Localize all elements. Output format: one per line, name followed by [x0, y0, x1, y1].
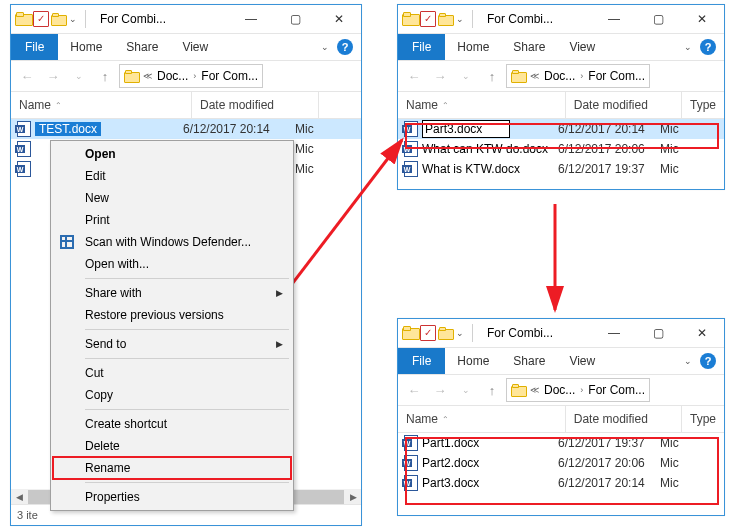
- file-date: 6/12/2017 20:06: [558, 456, 660, 470]
- qat-dropdown-icon[interactable]: ⌄: [67, 14, 79, 24]
- share-tab[interactable]: Share: [501, 40, 557, 54]
- minimize-button[interactable]: —: [592, 5, 636, 33]
- column-type[interactable]: Type: [682, 92, 724, 118]
- share-tab[interactable]: Share: [114, 40, 170, 54]
- column-name[interactable]: Name⌃: [398, 92, 566, 118]
- forward-button[interactable]: →: [428, 378, 452, 402]
- file-tab[interactable]: File: [398, 348, 445, 374]
- help-icon[interactable]: ?: [337, 39, 353, 55]
- minimize-button[interactable]: —: [592, 319, 636, 347]
- breadcrumb-part[interactable]: Doc...: [544, 383, 575, 397]
- ribbon-expand-icon[interactable]: ⌄: [319, 42, 331, 52]
- menu-new[interactable]: New: [53, 187, 291, 209]
- maximize-button[interactable]: ▢: [273, 5, 317, 33]
- file-name: Part3.docx: [422, 476, 479, 490]
- scroll-right-icon[interactable]: ▶: [345, 489, 361, 505]
- file-row[interactable]: Part3.docx 6/12/2017 20:14 Mic: [398, 473, 724, 493]
- view-tab[interactable]: View: [557, 40, 607, 54]
- menu-cut[interactable]: Cut: [53, 362, 291, 384]
- breadcrumb-part[interactable]: Doc...: [157, 69, 188, 83]
- folder-small-icon[interactable]: [438, 327, 452, 339]
- recent-dropdown[interactable]: ⌄: [454, 378, 478, 402]
- help-icon[interactable]: ?: [700, 353, 716, 369]
- up-button[interactable]: ↑: [480, 64, 504, 88]
- breadcrumb-part[interactable]: Doc...: [544, 69, 575, 83]
- up-button[interactable]: ↑: [93, 64, 117, 88]
- menu-rename[interactable]: Rename: [53, 457, 291, 479]
- menu-send-to[interactable]: Send to▶: [53, 333, 291, 355]
- folder-icon: [402, 12, 418, 26]
- menu-print[interactable]: Print: [53, 209, 291, 231]
- view-tab[interactable]: View: [557, 354, 607, 368]
- back-button[interactable]: ←: [402, 64, 426, 88]
- recent-dropdown[interactable]: ⌄: [454, 64, 478, 88]
- save-icon[interactable]: [420, 11, 436, 27]
- home-tab[interactable]: Home: [445, 40, 501, 54]
- column-type[interactable]: Type: [682, 406, 724, 432]
- breadcrumb[interactable]: ≪ Doc... › For Com...: [119, 64, 263, 88]
- column-date[interactable]: Date modified: [192, 92, 319, 118]
- breadcrumb-part[interactable]: For Com...: [201, 69, 258, 83]
- file-row[interactable]: TEST.docx 6/12/2017 20:14 Mic: [11, 119, 361, 139]
- rename-input[interactable]: [422, 120, 510, 138]
- recent-dropdown[interactable]: ⌄: [67, 64, 91, 88]
- home-tab[interactable]: Home: [58, 40, 114, 54]
- menu-restore[interactable]: Restore previous versions: [53, 304, 291, 326]
- up-button[interactable]: ↑: [480, 378, 504, 402]
- breadcrumb[interactable]: ≪ Doc... › For Com...: [506, 378, 650, 402]
- column-type[interactable]: [319, 92, 361, 118]
- breadcrumb-part[interactable]: For Com...: [588, 383, 645, 397]
- file-row[interactable]: Part1.docx 6/12/2017 19:37 Mic: [398, 433, 724, 453]
- column-headers: Name⌃ Date modified: [11, 92, 361, 119]
- menu-share-with[interactable]: Share with▶: [53, 282, 291, 304]
- ribbon-expand-icon[interactable]: ⌄: [682, 42, 694, 52]
- close-button[interactable]: ✕: [680, 319, 724, 347]
- menu-create-shortcut[interactable]: Create shortcut: [53, 413, 291, 435]
- menu-properties[interactable]: Properties: [53, 486, 291, 508]
- menu-scan-defender[interactable]: Scan with Windows Defender...: [53, 231, 291, 253]
- menu-copy[interactable]: Copy: [53, 384, 291, 406]
- folder-small-icon[interactable]: [51, 13, 65, 25]
- file-row[interactable]: 6/12/2017 20:14 Mic: [398, 119, 724, 139]
- ribbon-tabs: File Home Share View ⌄ ?: [11, 34, 361, 61]
- help-icon[interactable]: ?: [700, 39, 716, 55]
- menu-open-with[interactable]: Open with...: [53, 253, 291, 275]
- column-name[interactable]: Name⌃: [11, 92, 192, 118]
- save-icon[interactable]: [420, 325, 436, 341]
- back-button[interactable]: ←: [402, 378, 426, 402]
- chevron-right-icon: ▶: [276, 288, 283, 298]
- forward-button[interactable]: →: [41, 64, 65, 88]
- qat-dropdown-icon[interactable]: ⌄: [454, 328, 466, 338]
- minimize-button[interactable]: —: [229, 5, 273, 33]
- file-row[interactable]: Part2.docx 6/12/2017 20:06 Mic: [398, 453, 724, 473]
- save-icon[interactable]: [33, 11, 49, 27]
- file-tab[interactable]: File: [398, 34, 445, 60]
- qat-dropdown-icon[interactable]: ⌄: [454, 14, 466, 24]
- scroll-left-icon[interactable]: ◀: [11, 489, 27, 505]
- column-date[interactable]: Date modified: [566, 92, 682, 118]
- menu-open[interactable]: Open: [53, 143, 291, 165]
- share-tab[interactable]: Share: [501, 354, 557, 368]
- column-date[interactable]: Date modified: [566, 406, 682, 432]
- close-button[interactable]: ✕: [680, 5, 724, 33]
- column-name[interactable]: Name⌃: [398, 406, 566, 432]
- breadcrumb[interactable]: ≪ Doc... › For Com...: [506, 64, 650, 88]
- view-tab[interactable]: View: [170, 40, 220, 54]
- folder-small-icon[interactable]: [438, 13, 452, 25]
- maximize-button[interactable]: ▢: [636, 319, 680, 347]
- forward-button[interactable]: →: [428, 64, 452, 88]
- maximize-button[interactable]: ▢: [636, 5, 680, 33]
- back-button[interactable]: ←: [15, 64, 39, 88]
- file-tab[interactable]: File: [11, 34, 58, 60]
- word-doc-icon: [404, 141, 418, 157]
- menu-edit[interactable]: Edit: [53, 165, 291, 187]
- menu-delete[interactable]: Delete: [53, 435, 291, 457]
- folder-icon: [511, 384, 525, 396]
- file-row[interactable]: What is KTW.docx 6/12/2017 19:37 Mic: [398, 159, 724, 179]
- ribbon-expand-icon[interactable]: ⌄: [682, 356, 694, 366]
- close-button[interactable]: ✕: [317, 5, 361, 33]
- home-tab[interactable]: Home: [445, 354, 501, 368]
- file-row[interactable]: What can KTW do.docx 6/12/2017 20:06 Mic: [398, 139, 724, 159]
- breadcrumb-part[interactable]: For Com...: [588, 69, 645, 83]
- address-bar: ← → ⌄ ↑ ≪ Doc... › For Com...: [398, 375, 724, 406]
